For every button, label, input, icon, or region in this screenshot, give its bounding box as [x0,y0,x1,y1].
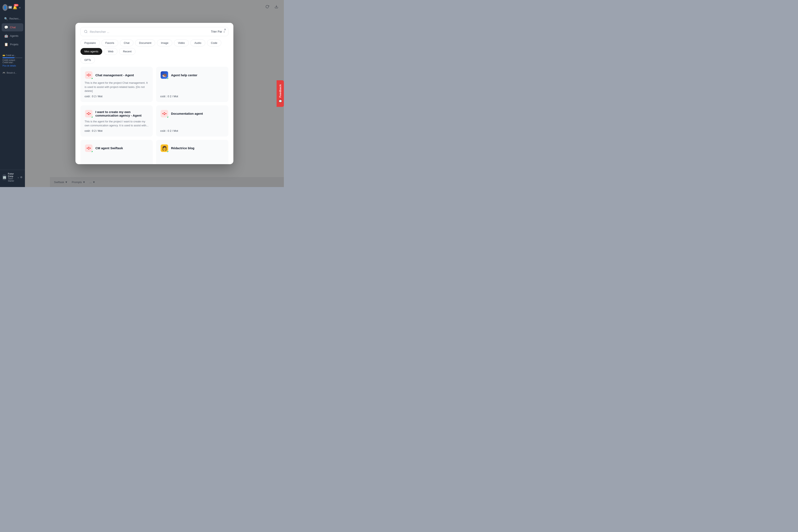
svg-rect-6 [88,75,89,76]
credit-details-link[interactable]: Plus de details [2,64,16,67]
swiftask-logo-icon-3 [160,110,168,117]
agent-card-redactrice-blog[interactable]: 👩 Rédactrice blog coût : 0 2 / Mot [156,140,228,164]
search-input[interactable] [90,30,209,34]
agent-card-header: CM agent Swiftask [84,144,149,152]
agent-description [160,119,224,128]
discord-icon: 🎮 [2,72,5,74]
credit-progress-bar [2,57,22,58]
agent-cost: coût : 0 2 / Mot [84,164,149,164]
company-details: Futur Corp Team Starter [8,172,16,182]
filter-tab-code[interactable]: Code [207,39,221,46]
sidebar-search[interactable]: 🔍 Recherc... [0,15,25,22]
credit-total: Crédit total : [2,61,22,63]
agents-grid: Chat management - Agent This is the agen… [80,67,228,164]
agent-avatar-redactrice: 👩 [160,144,169,152]
search-bar: Trier Par ↕ × [80,27,228,36]
sidebar-item-projects[interactable]: 📋 Projets [2,40,23,49]
agent-name: CM agent Swiftask [95,146,149,150]
sidebar-bottom: 🏢 Futur Corp Team Starter ⌄ ⚙ [0,170,25,185]
agent-selection-modal: Trier Par ↕ × Populaire Favoris Chat Doc… [75,23,233,164]
main-content: Swiftask ▼ Prompts ▼ ... ▼ [25,0,284,187]
credit-bar-fill [2,57,15,58]
agent-cost: coût : 0 2 / Mot [84,129,149,132]
agent-card-header: Chat management - Agent [84,71,149,79]
agent-name: Chat management - Agent [95,73,149,77]
filter-tab-favoris[interactable]: Favoris [101,39,118,46]
svg-rect-19 [88,147,89,148]
agent-name: Rédactrice blog [171,146,224,150]
app-background: 👤 🔔 99+ « 🔍 Recherc... 💬 Chat [0,0,284,187]
agent-card-communication[interactable]: I want to create my own communication ag… [80,106,153,136]
agent-avatar-help-center: 🦔 [160,71,169,79]
svg-rect-17 [85,145,93,152]
sidebar: 👤 🔔 99+ « 🔍 Recherc... 💬 Chat [0,0,25,187]
logo-icon [8,4,13,11]
credit-section: 💳 Crédit ac... Crédit restant : Crédit t… [0,53,25,69]
svg-rect-14 [164,112,165,113]
svg-rect-18 [87,148,88,149]
filter-tab-audio[interactable]: Audio [190,39,205,46]
person-avatar: 👩 [160,145,168,152]
discord-section[interactable]: 🎮 Besoin d... [0,70,25,76]
svg-rect-9 [88,112,89,113]
agent-card-documentation[interactable]: Documentation agent coût : 0 2 / Mot [156,106,228,136]
feedback-button[interactable]: 💬 Feedback [277,80,284,107]
svg-rect-21 [88,149,89,149]
status-dot [91,116,93,118]
projects-nav-icon: 📋 [4,42,8,46]
status-dot [91,77,93,79]
svg-rect-8 [87,113,88,114]
agent-description [84,154,149,162]
filter-tab-video[interactable]: Vidéo [174,39,189,46]
agent-cost: coût : 0 2 / Mot [160,95,224,98]
svg-rect-16 [164,114,165,115]
status-dot [91,151,93,152]
notification-bell[interactable]: 🔔 99+ [13,5,17,10]
swiftask-logo-icon-2 [85,110,93,117]
agent-card-chat-management[interactable]: Chat management - Agent This is the agen… [80,67,153,102]
agent-card-help-center[interactable]: 🦔 Agent help center coût : 0 2 / Mot [156,67,228,102]
modal-overlay: Trier Par ↕ × Populaire Favoris Chat Doc… [25,0,284,187]
user-avatar[interactable]: 👤 [2,4,8,11]
company-icon: 🏢 [2,174,6,180]
company-expand-icon[interactable]: ⌄ [17,176,19,179]
svg-rect-3 [87,75,88,75]
company-info: 🏢 Futur Corp Team Starter ⌄ ⚙ [2,172,22,182]
filter-tab-web[interactable]: Web [104,48,117,55]
filter-tab-chat[interactable]: Chat [120,39,133,46]
sidebar-item-chat[interactable]: 💬 Chat [2,23,23,31]
modal-body[interactable]: Chat management - Agent This is the agen… [75,63,233,164]
agent-description [160,154,224,162]
agent-card-cm-swiftask[interactable]: CM agent Swiftask coût : 0 2 / Mot [80,140,153,164]
filter-tab-recent[interactable]: Recent [119,48,135,55]
chat-nav-icon: 💬 [4,25,8,29]
filter-tab-mes-agents[interactable]: Mes agents [80,48,102,55]
filter-tab-image[interactable]: Image [157,39,172,46]
filter-tab-populaire[interactable]: Populaire [80,39,100,46]
agent-card-header: 👩 Rédactrice blog [160,144,224,152]
agent-cost: coût : 0 2 / Mot [160,129,224,132]
feedback-icon: 💬 [279,99,282,103]
company-settings-icon[interactable]: ⚙ [20,176,22,179]
agent-avatar-documentation [160,110,169,118]
agent-name: I want to create my own communication ag… [95,110,149,117]
agents-nav-icon: 🤖 [4,34,8,38]
filter-tab-document[interactable]: Document [135,39,155,46]
agent-avatar-cm [84,144,93,152]
agent-card-header: 🦔 Agent help center [160,71,224,79]
agent-name: Documentation agent [171,112,224,115]
svg-rect-7 [85,110,93,117]
agent-avatar-communication [84,110,93,118]
feedback-button-wrapper: 💬 Feedback [277,80,284,107]
filter-tabs-row1: Populaire Favoris Chat Document Image Vi… [75,36,233,55]
agent-description: This is the agent for the project I want… [84,119,149,128]
agent-cost: coût : 0 2 / Mot [84,95,149,98]
svg-rect-10 [90,113,91,114]
modal-header: Trier Par ↕ × [75,23,233,36]
close-button[interactable]: × [222,26,228,33]
filter-tab-gpts[interactable]: GPTs [80,57,95,63]
sidebar-item-agents[interactable]: 🤖 Agents [2,32,23,40]
svg-rect-12 [160,110,168,117]
sidebar-top: 👤 🔔 99+ « [0,2,25,14]
filter-tabs-row2: GPTs [75,55,233,63]
